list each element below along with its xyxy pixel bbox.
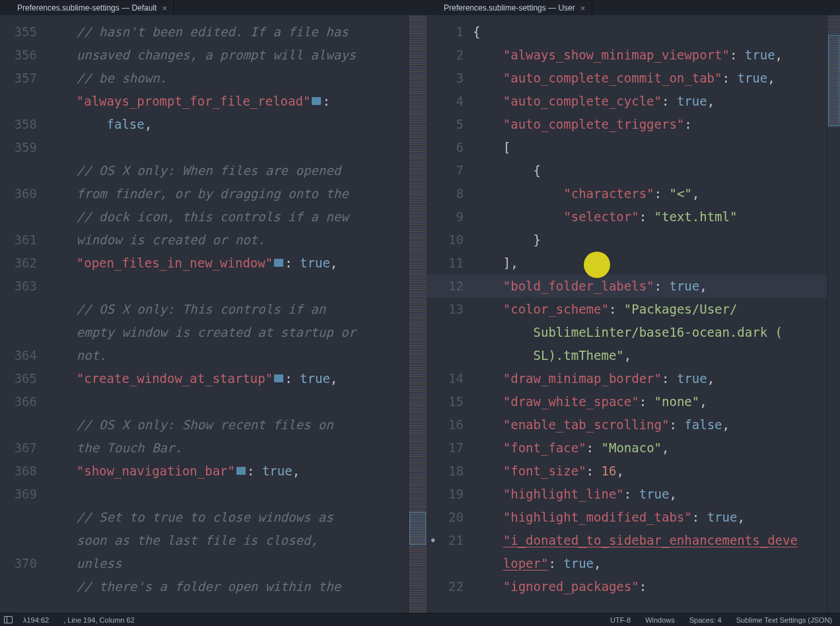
tabbar-right[interactable]: Preferences.sublime-settings — User × [427,1,840,15]
line-number-gutter: 12345678910111213 1415161718192021 22 [427,15,470,613]
code-area[interactable]: // hasn't been edited. If a file has uns… [44,15,408,613]
tab-default-settings[interactable]: Preferences.sublime-settings — Default × [11,1,174,15]
tab-title: Preferences.sublime-settings — Default [17,3,157,13]
cursor-indicator-icon [584,252,610,278]
left-pane: Preferences.sublime-settings — Default ×… [0,0,427,613]
close-icon[interactable]: × [580,4,586,13]
right-pane: Preferences.sublime-settings — User × 12… [427,0,840,613]
status-indent[interactable]: Spaces: 4 [685,616,726,624]
minimap-viewport[interactable] [828,35,839,126]
status-cursor-position: , Line 194, Column 62 [59,616,139,624]
minimap-left[interactable] [408,15,427,613]
status-line-endings[interactable]: Windows [641,616,679,624]
status-git-branch[interactable]: λ194:62 [19,616,53,624]
status-bar[interactable]: λ194:62 , Line 194, Column 62 UTF-8 Wind… [0,613,840,626]
editor-left[interactable]: 355356357 358359 360 361362363 364365366… [0,15,427,613]
panel-toggle-icon[interactable] [4,616,13,623]
tab-title: Preferences.sublime-settings — User [444,3,575,13]
tabbar-left[interactable]: Preferences.sublime-settings — Default × [0,1,427,15]
line-number-gutter: 355356357 358359 360 361362363 364365366… [0,15,44,613]
app-window: Preferences.sublime-settings — Default ×… [0,0,840,626]
editor-right[interactable]: 12345678910111213 1415161718192021 22 { … [427,15,840,613]
code-area[interactable]: { "always_show_minimap_viewport": true, … [470,15,827,613]
status-syntax[interactable]: Sublime Text Settings (JSON) [732,616,836,624]
tab-user-settings[interactable]: Preferences.sublime-settings — User × [437,1,592,15]
status-encoding[interactable]: UTF-8 [606,616,635,624]
minimap-viewport[interactable] [409,512,426,545]
minimap-right[interactable] [827,15,840,613]
split-panes: Preferences.sublime-settings — Default ×… [0,0,840,613]
close-icon[interactable]: × [162,4,167,13]
